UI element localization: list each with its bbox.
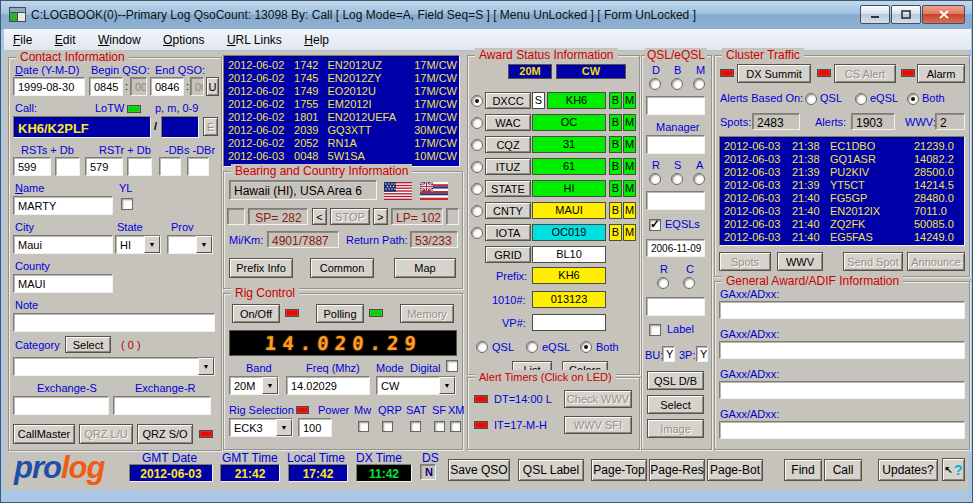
qrz-so-button[interactable]: QRZ S/O [137, 424, 193, 444]
qsl-a-radio[interactable] [693, 173, 705, 185]
cqz-m-cell[interactable]: M [623, 136, 636, 153]
log-row[interactable]: 2012-06-0300485W1SA10M/CW [228, 150, 457, 163]
mode-dropdown[interactable]: CW▼ [376, 376, 456, 395]
cnty-m-cell[interactable]: M [623, 202, 636, 219]
spot-row[interactable]: 2012-06-0321:40ZQ2FK50085.0 [724, 218, 962, 231]
callmaster-button[interactable]: CallMaster [13, 424, 75, 444]
qsl-c-radio[interactable] [683, 277, 695, 289]
prefix-info-button[interactable]: Prefix Info [229, 258, 293, 278]
label-checkbox[interactable] [649, 324, 661, 336]
log-row[interactable]: 2012-06-021745EN2012ZY17M/CW [228, 72, 457, 85]
begin-qso-field[interactable]: 0845 [89, 77, 123, 96]
rig-selection-led[interactable] [296, 406, 309, 414]
category-dropdown[interactable]: ▼ [13, 357, 215, 376]
qsl-r-radio[interactable] [649, 173, 661, 185]
mw-checkbox[interactable] [358, 421, 369, 432]
polling-button[interactable]: Polling [316, 304, 364, 323]
state-button[interactable]: STATE [485, 180, 531, 197]
prov-dropdown-arrow[interactable]: ▼ [196, 236, 212, 253]
qrp-checkbox[interactable] [382, 421, 393, 432]
sat-checkbox[interactable] [410, 421, 421, 432]
sf-checkbox[interactable] [434, 421, 445, 432]
maximize-button[interactable] [891, 5, 921, 24]
note-field[interactable] [13, 313, 215, 332]
call-field[interactable]: KH6/K2PLF [13, 116, 151, 138]
rig-dropdown-arrow[interactable]: ▼ [276, 419, 292, 436]
power-field[interactable]: 100 [298, 418, 332, 437]
ituz-m-cell[interactable]: M [623, 158, 636, 175]
yl-checkbox[interactable] [121, 198, 133, 210]
award-radio-cnty[interactable] [471, 205, 483, 217]
rotate-left-button[interactable]: < [312, 208, 327, 225]
wac-b-cell[interactable]: B [609, 114, 622, 131]
end-qso-field[interactable]: 0846 [150, 77, 184, 96]
dxcc-button[interactable]: DXCC [485, 92, 531, 109]
dxcc-m-cell[interactable]: M [623, 92, 636, 109]
prov-dropdown[interactable]: ▼ [167, 235, 213, 254]
spot-row[interactable]: 2012-06-0321:40FG5GP28480.0 [724, 192, 962, 205]
award-radio-cqz[interactable] [471, 139, 483, 151]
award-radio-iota[interactable] [471, 227, 483, 239]
spot-row[interactable]: 2012-06-0321:39YT5CT14214.5 [724, 179, 962, 192]
cluster-eqsl-radio[interactable] [855, 93, 867, 105]
rig-dropdown[interactable]: ECK3▼ [229, 418, 293, 437]
menu-options[interactable]: Options [154, 29, 213, 51]
mode-dropdown-arrow[interactable]: ▼ [439, 377, 455, 394]
iota-button[interactable]: IOTA [485, 224, 531, 241]
award-radio-ituz[interactable] [471, 161, 483, 173]
eqsls-checkbox[interactable] [649, 219, 661, 231]
rotate-right-button[interactable]: > [373, 208, 388, 225]
rig-onoff-button[interactable]: On/Off [232, 304, 280, 323]
digital-checkbox[interactable] [446, 360, 458, 372]
db-r-field[interactable] [187, 157, 209, 176]
band-dropdown[interactable]: 20M▼ [229, 376, 279, 395]
qsl-db-button[interactable]: QSL D/B [647, 371, 704, 390]
it-alert-led[interactable] [474, 421, 488, 429]
category-select-button[interactable]: Select [65, 336, 111, 353]
cnty-b-cell[interactable]: B [609, 202, 622, 219]
qsl-b-radio[interactable] [671, 78, 683, 90]
award-radio-dxcc[interactable] [471, 95, 483, 107]
iota-b-cell[interactable]: B [609, 224, 622, 241]
award-radio-wac[interactable] [471, 117, 483, 129]
log-row[interactable]: 2012-06-021801EN2012UEFA17M/CW [228, 111, 457, 124]
page-top-button[interactable]: Page-Top [591, 459, 647, 481]
qsl-select-button[interactable]: Select [647, 395, 704, 414]
award-both-radio[interactable] [580, 341, 592, 353]
cluster-qsl-radio[interactable] [805, 93, 817, 105]
award-eqsl-radio[interactable] [526, 341, 538, 353]
state-dropdown-arrow[interactable]: ▼ [144, 236, 160, 253]
eqsl-date-field[interactable]: 2006-11-09 [646, 239, 705, 257]
dt-alert-led[interactable] [474, 395, 488, 403]
spot-list[interactable]: 2012-06-0321:38EC1DBO21239.0 2012-06-032… [719, 136, 965, 246]
polling-led[interactable] [369, 309, 383, 317]
award-qsl-radio[interactable] [476, 341, 488, 353]
menu-file[interactable]: File [4, 29, 41, 51]
cqz-b-cell[interactable]: B [609, 136, 622, 153]
alarm-button[interactable]: Alarm [917, 64, 965, 83]
log-list[interactable]: 2012-06-021742EN2012UZ17M/CW 2012-06-021… [223, 55, 460, 167]
spot-row[interactable]: 2012-06-0321:38GQ1ASR14082.2 [724, 153, 962, 166]
rst-r-field[interactable]: 579 [85, 157, 123, 176]
wwv-button[interactable]: WWV [777, 252, 823, 271]
manager-field[interactable] [646, 135, 705, 154]
band-dropdown-arrow[interactable]: ▼ [262, 377, 278, 394]
menu-edit[interactable]: Edit [46, 29, 85, 51]
lotw-led[interactable] [127, 105, 141, 113]
county-field[interactable]: MAUI [13, 274, 113, 293]
wac-m-cell[interactable]: M [623, 114, 636, 131]
freq-field[interactable]: 14.02029 [286, 376, 370, 395]
page-bot-button[interactable]: Page-Bot [707, 459, 763, 481]
common-button[interactable]: Common [310, 258, 374, 278]
dx-summit-button[interactable]: DX Summit [737, 64, 811, 83]
close-button[interactable] [922, 5, 965, 24]
city-field[interactable]: Maui [13, 235, 113, 254]
spot-row[interactable]: 2012-06-0321:40EN2012IX7011.0 [724, 205, 962, 218]
qsl-s-radio[interactable] [671, 173, 683, 185]
rst-s-field[interactable]: 599 [13, 157, 51, 176]
find-button[interactable]: Find [784, 459, 822, 481]
gaxx-field-1[interactable] [719, 301, 965, 319]
gaxx-field-2[interactable] [719, 341, 965, 359]
cluster-both-radio[interactable] [907, 93, 919, 105]
log-row[interactable]: 2012-06-021742EN2012UZ17M/CW [228, 59, 457, 72]
